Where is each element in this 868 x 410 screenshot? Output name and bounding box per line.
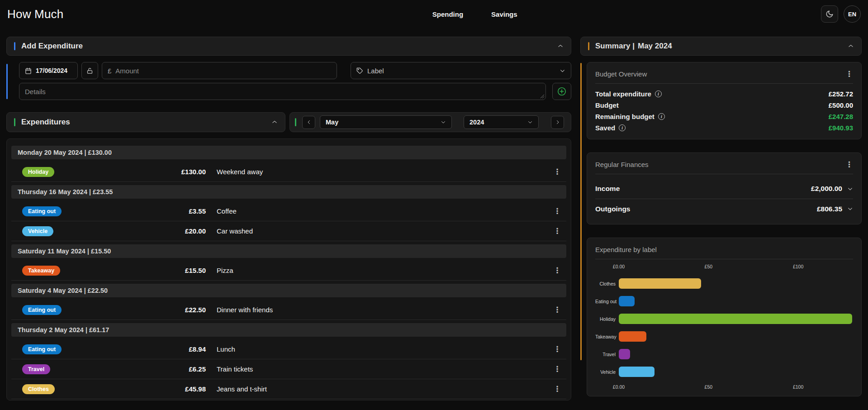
info-icon[interactable]: i: [619, 124, 626, 131]
income-row[interactable]: Income £2,000.00: [595, 179, 853, 199]
language-button[interactable]: EN: [844, 5, 861, 23]
row-menu-button[interactable]: ⋮: [554, 385, 561, 393]
theme-toggle-button[interactable]: [821, 5, 838, 23]
top-bar-right: EN: [821, 5, 861, 23]
x-axis-top: £0.00 £50 £100: [619, 264, 853, 271]
amount-field[interactable]: £: [102, 62, 337, 79]
row-amount: £130.00: [181, 168, 206, 176]
chart-title: Expenditure by label: [595, 246, 657, 253]
details-input[interactable]: [25, 88, 540, 95]
row-amount: £3.55: [189, 207, 206, 215]
row-menu-button[interactable]: ⋮: [554, 227, 561, 235]
moon-icon: [825, 10, 834, 18]
blue-accent-bar: [14, 42, 15, 50]
month-select[interactable]: May: [320, 115, 452, 129]
chevron-down-icon[interactable]: [847, 206, 853, 212]
row-value: £500.00: [829, 101, 853, 109]
date-lock-button[interactable]: [81, 62, 98, 79]
app-title: How Much: [7, 7, 63, 21]
outgoings-row[interactable]: Outgoings £806.35: [595, 199, 853, 219]
row-value: £940.93: [829, 124, 853, 132]
row-menu-button[interactable]: ⋮: [554, 267, 561, 274]
card-menu-button[interactable]: ⋮: [845, 161, 853, 168]
expenditure-row: Eating out £8.94 Lunch ⋮: [11, 339, 566, 359]
details-field[interactable]: [19, 83, 546, 100]
chart-bar-row: Vehicle: [595, 367, 853, 377]
row-value: £247.28: [829, 113, 853, 120]
add-expenditure-header[interactable]: Add Expenditure: [6, 37, 571, 56]
date-value: 17/06/2024: [36, 67, 67, 74]
bar-chart: £0.00 £50 £100 Clothes Eating out Holida…: [595, 264, 853, 391]
outgoings-value: £806.35: [817, 205, 842, 213]
row-menu-button[interactable]: ⋮: [554, 207, 561, 215]
budget-overview-card: Budget Overview ⋮ Total expenditurei £25…: [587, 62, 862, 139]
expenditure-list: Monday 20 May 2024 | £130.00 Holiday £13…: [6, 138, 571, 400]
top-nav: Spending Savings: [432, 0, 517, 28]
card-menu-button[interactable]: ⋮: [845, 70, 853, 78]
summary-row: Savedi £940.93: [595, 122, 853, 133]
label-badge: Takeaway: [22, 266, 60, 276]
date-input[interactable]: 17/06/2024: [19, 62, 78, 79]
chevron-down-icon[interactable]: [847, 186, 853, 192]
label-badge: Eating out: [22, 206, 62, 216]
summary-column: Summary | May 2024 Budget Overview ⋮ Tot…: [580, 37, 862, 400]
summary-row: Budget £500.00: [595, 100, 853, 111]
next-month-button[interactable]: [551, 116, 564, 129]
summary-title: Summary |: [595, 42, 635, 51]
unlock-icon: [86, 67, 93, 74]
amount-input[interactable]: [115, 67, 331, 75]
info-icon[interactable]: i: [655, 91, 662, 97]
chevron-down-icon: [560, 68, 565, 74]
previous-month-button[interactable]: [302, 116, 315, 129]
bar-category-label: Clothes: [595, 281, 619, 286]
bar-holiday[interactable]: [619, 314, 852, 324]
expenditures-header-row: Expenditures May 2024: [6, 112, 571, 132]
green-accent-bar: [295, 118, 296, 126]
expenditure-row: Travel £6.25 Train tickets ⋮: [11, 359, 566, 379]
bar-eating-out[interactable]: [619, 296, 635, 306]
row-label: Budget: [595, 101, 619, 109]
tag-icon: [356, 67, 363, 74]
label-badge: Holiday: [22, 167, 54, 177]
add-expenditure-button[interactable]: [552, 83, 571, 100]
budget-overview-title: Budget Overview: [595, 70, 647, 78]
income-label: Income: [595, 185, 620, 193]
divider: [595, 259, 853, 259]
left-column: Add Expenditure 17/06/2024: [6, 37, 571, 400]
date-group-header: Monday 20 May 2024 | £130.00: [11, 146, 566, 159]
info-icon[interactable]: i: [658, 113, 665, 120]
row-menu-button[interactable]: ⋮: [554, 306, 561, 314]
date-group-header: Thursday 16 May 2024 | £23.55: [11, 185, 566, 199]
label-badge: Eating out: [22, 344, 62, 354]
regular-finances-title: Regular Finances: [595, 161, 649, 168]
row-menu-button[interactable]: ⋮: [554, 365, 561, 373]
expenditures-header[interactable]: Expenditures: [6, 112, 285, 132]
orange-accent-rail: [580, 63, 582, 360]
chevron-up-icon[interactable]: [557, 43, 564, 49]
nav-link-spending[interactable]: Spending: [432, 10, 463, 18]
summary-period: May 2024: [638, 42, 672, 51]
year-select[interactable]: 2024: [464, 115, 539, 129]
row-amount: £6.25: [189, 365, 206, 373]
chevron-up-icon[interactable]: [848, 43, 854, 49]
summary-header[interactable]: Summary | May 2024: [580, 37, 862, 56]
bar-clothes[interactable]: [619, 278, 701, 289]
add-expenditure-form: 17/06/2024 £ Label: [6, 62, 571, 100]
bar-takeaway[interactable]: [619, 331, 646, 342]
chart-bar-row: Takeaway: [595, 331, 853, 342]
row-menu-button[interactable]: ⋮: [554, 345, 561, 353]
chart-bar-row: Clothes: [595, 278, 853, 289]
chevron-up-icon[interactable]: [271, 119, 278, 125]
summary-body: Budget Overview ⋮ Total expenditurei £25…: [580, 62, 862, 396]
nav-link-savings[interactable]: Savings: [491, 10, 517, 18]
label-badge: Eating out: [22, 305, 62, 315]
bar-travel[interactable]: [619, 349, 630, 359]
bar-category-label: Eating out: [595, 299, 619, 304]
row-menu-button[interactable]: ⋮: [554, 168, 561, 176]
divider: [595, 83, 853, 84]
top-bar: How Much Spending Savings EN: [0, 0, 868, 28]
label-select[interactable]: Label: [351, 62, 571, 79]
row-description: Weekend away: [217, 168, 548, 176]
bar-vehicle[interactable]: [619, 367, 655, 377]
row-description: Jeans and t-shirt: [217, 385, 548, 393]
